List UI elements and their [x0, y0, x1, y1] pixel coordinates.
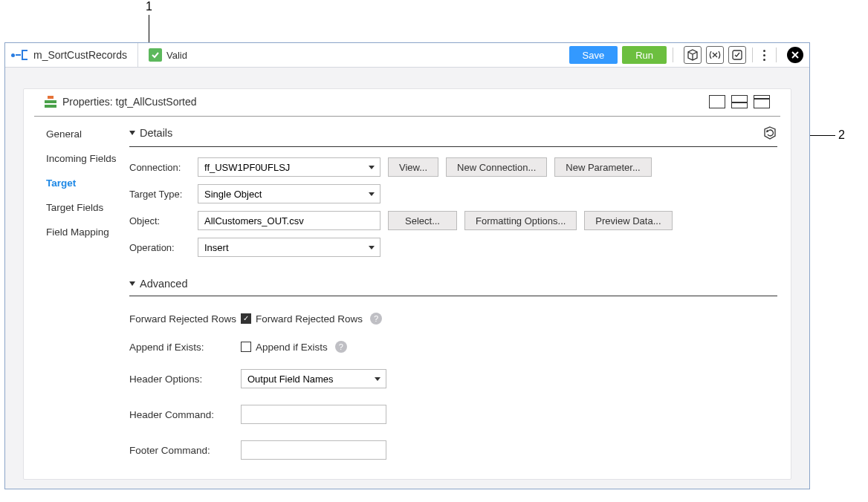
header-command-input[interactable]	[241, 405, 386, 424]
properties-header: Properties: tgt_AllCustSorted	[34, 89, 780, 117]
connection-select[interactable]	[198, 157, 380, 177]
forward-rejected-rows-row: Forward Rejected Rows Forward Rejected R…	[129, 313, 777, 325]
variable-icon-button[interactable]	[706, 46, 724, 64]
header-options-label: Header Options:	[129, 374, 241, 385]
more-menu-button[interactable]	[759, 50, 770, 61]
forward-rejected-rows-cb-label: Forward Rejected Rows	[256, 313, 363, 325]
canvas-area: Properties: tgt_AllCustSorted General In…	[5, 68, 809, 489]
target-type-row: Target Type:	[129, 184, 777, 203]
valid-label: Valid	[166, 50, 187, 61]
object-row: Object: Select... Formatting Options... …	[129, 211, 777, 230]
details-section-header[interactable]: Details	[129, 126, 777, 147]
close-button[interactable]	[787, 47, 803, 63]
properties-body: General Incoming Fields Target Target Fi…	[24, 117, 791, 479]
advanced-section: Advanced Forward Rejected Rows Forward R…	[129, 278, 777, 460]
properties-title-prefix: Properties:	[62, 96, 116, 108]
append-if-exists-help-icon[interactable]: ?	[335, 341, 347, 353]
app-window: m_SortCustRecords Valid Save Run	[4, 42, 810, 489]
view-connection-button[interactable]: View...	[388, 157, 438, 177]
header-command-row: Header Command:	[129, 405, 777, 424]
header-command-label: Header Command:	[129, 409, 241, 420]
footer-command-input[interactable]	[241, 440, 386, 460]
tab-incoming-fields[interactable]: Incoming Fields	[46, 153, 126, 164]
object-input[interactable]	[198, 211, 380, 230]
footer-command-label: Footer Command:	[129, 445, 241, 456]
append-if-exists-row: Append if Exists: Append if Exists ?	[129, 341, 777, 353]
cube-icon-button[interactable]	[684, 46, 702, 64]
forward-rejected-rows-help-icon[interactable]: ?	[370, 313, 382, 325]
details-section-title: Details	[140, 127, 172, 139]
formatting-options-button[interactable]: Formatting Options...	[464, 211, 577, 230]
top-toolbar: m_SortCustRecords Valid Save Run	[5, 43, 809, 68]
append-if-exists-cb-label: Append if Exists	[256, 342, 328, 353]
select-object-button[interactable]: Select...	[388, 211, 457, 230]
new-parameter-button[interactable]: New Parameter...	[554, 157, 651, 177]
connection-row: Connection: View... New Connection... Ne…	[129, 157, 777, 177]
details-disclosure-icon	[129, 131, 135, 135]
properties-side-tabs: General Incoming Fields Target Target Fi…	[34, 117, 126, 479]
header-options-select[interactable]	[241, 369, 386, 388]
properties-title-object: tgt_AllCustSorted	[116, 96, 197, 108]
properties-panel: Properties: tgt_AllCustSorted General In…	[23, 88, 791, 480]
target-type-select[interactable]	[198, 184, 380, 203]
tab-target-fields[interactable]: Target Fields	[46, 202, 126, 213]
forward-rejected-rows-checkbox[interactable]	[241, 313, 251, 324]
new-connection-button[interactable]: New Connection...	[446, 157, 547, 177]
target-transformation-icon	[45, 96, 56, 108]
toolbar-separator-3	[776, 48, 777, 62]
operation-label: Operation:	[129, 242, 198, 253]
toolbar-separator	[673, 48, 673, 62]
preview-data-button[interactable]: Preview Data...	[584, 211, 672, 230]
tab-field-mapping[interactable]: Field Mapping	[46, 226, 126, 238]
footer-command-row: Footer Command:	[129, 440, 777, 460]
advanced-section-title: Advanced	[140, 278, 188, 290]
advanced-section-header[interactable]: Advanced	[129, 278, 777, 296]
tab-target[interactable]: Target	[46, 177, 126, 189]
forward-rejected-rows-label: Forward Rejected Rows	[129, 313, 241, 325]
refresh-icon[interactable]	[762, 126, 777, 140]
save-button[interactable]: Save	[569, 46, 618, 64]
toolbar-divider	[137, 43, 138, 67]
properties-title: Properties: tgt_AllCustSorted	[62, 96, 197, 108]
layout-collapse-button[interactable]	[754, 95, 770, 108]
layout-split-button[interactable]	[731, 95, 748, 108]
operation-row: Operation:	[129, 238, 777, 257]
object-label: Object:	[129, 215, 198, 226]
connection-label: Connection:	[129, 162, 198, 173]
append-if-exists-label: Append if Exists:	[129, 342, 241, 353]
mapping-icon	[11, 49, 29, 61]
validate-icon-button[interactable]	[728, 46, 746, 64]
toolbar-separator-2	[752, 48, 753, 62]
operation-select[interactable]	[198, 238, 380, 257]
layout-full-button[interactable]	[709, 95, 725, 108]
advanced-disclosure-icon	[129, 281, 135, 286]
mapping-title: m_SortCustRecords	[33, 49, 127, 61]
run-button[interactable]: Run	[622, 46, 667, 64]
tab-general[interactable]: General	[46, 128, 126, 140]
header-options-row: Header Options:	[129, 369, 777, 388]
valid-badge-icon	[149, 48, 162, 62]
append-if-exists-checkbox[interactable]	[241, 342, 251, 352]
target-type-label: Target Type:	[129, 189, 198, 200]
callout-1-label: 1	[146, 0, 152, 13]
callout-2-label: 2	[838, 128, 845, 142]
properties-main: Details Connection: View... New Connecti…	[126, 117, 780, 479]
